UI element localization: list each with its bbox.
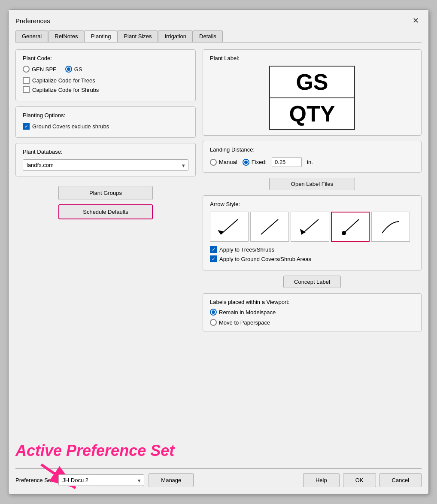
- arrow-style-5[interactable]: [371, 212, 410, 242]
- tab-bar: General RefNotes Planting Plant Sizes Ir…: [9, 26, 428, 42]
- schedule-defaults-button[interactable]: Schedule Defaults: [58, 204, 153, 219]
- capitalize-trees-box[interactable]: [23, 77, 30, 84]
- ground-covers-label: Ground Covers exclude shrubs: [32, 123, 109, 130]
- landing-distance-section: Landing Distance: Manual Fixed: in.: [203, 141, 422, 173]
- radio-fixed-circle[interactable]: [243, 159, 249, 166]
- bottom-section: Active Preference Set Preference Set: JH…: [9, 437, 428, 494]
- viewport-label: Labels placed within a Viewport:: [210, 299, 414, 305]
- preferences-dialog: Preferences ✕ General RefNotes Planting …: [8, 9, 429, 495]
- plant-label-gs: GS: [270, 67, 354, 98]
- open-label-files-button[interactable]: Open Label Files: [269, 178, 355, 190]
- arrow-style-section: Arrow Style:: [203, 195, 422, 270]
- radio-manual[interactable]: Manual: [210, 159, 237, 166]
- radio-remain-modelspace[interactable]: Remain in Modelspace: [210, 309, 414, 316]
- concept-label-button[interactable]: Concept Label: [283, 276, 341, 288]
- plant-database-section: Plant Database: landfx.com: [15, 143, 196, 176]
- planting-options-label: Planting Options:: [23, 112, 188, 118]
- radio-manual-label: Manual: [219, 159, 237, 165]
- arrow-checkboxes: Apply to Trees/Shrubs Apply to Ground Co…: [210, 246, 414, 262]
- tab-refnotes[interactable]: RefNotes: [48, 30, 84, 42]
- radio-gen-spe-label: GEN SPE: [32, 66, 57, 73]
- close-button[interactable]: ✕: [410, 15, 422, 26]
- plant-groups-button[interactable]: Plant Groups: [58, 186, 153, 200]
- bottom-buttons: Help OK Cancel: [303, 473, 422, 487]
- capitalize-shrubs-label: Capitalize Code for Shrubs: [32, 87, 99, 93]
- svg-line-0: [221, 219, 238, 234]
- arrow-style-label: Arrow Style:: [210, 201, 414, 207]
- capitalize-shrubs-checkbox[interactable]: Capitalize Code for Shrubs: [23, 86, 188, 93]
- arrow-style-1[interactable]: [210, 212, 249, 242]
- landing-distance-label: Landing Distance:: [210, 146, 414, 153]
- planting-options-section: Planting Options: Ground Covers exclude …: [15, 106, 196, 138]
- apply-ground-covers-checkbox[interactable]: Apply to Ground Covers/Shrub Areas: [210, 255, 414, 262]
- tab-details[interactable]: Details: [193, 30, 223, 42]
- pref-set-select-wrapper: JH Docu 2: [58, 474, 144, 486]
- svg-line-2: [261, 219, 278, 234]
- plant-code-radio-group: GEN SPE GS: [23, 66, 188, 73]
- apply-trees-shrubs-checkbox[interactable]: Apply to Trees/Shrubs: [210, 246, 414, 253]
- radio-fixed-label: Fixed:: [252, 159, 267, 165]
- radio-fixed[interactable]: Fixed:: [243, 159, 267, 166]
- active-pref-wrapper: Active Preference Set: [15, 442, 174, 462]
- apply-trees-shrubs-box[interactable]: [210, 246, 217, 253]
- plant-label-section: Plant Label: GS QTY: [203, 49, 422, 136]
- plant-code-label: Plant Code:: [23, 55, 188, 61]
- radio-gs-label: GS: [74, 66, 82, 73]
- radio-gen-spe-circle[interactable]: [23, 66, 30, 73]
- cancel-button[interactable]: Cancel: [379, 473, 422, 487]
- landing-distance-input[interactable]: [272, 157, 302, 167]
- apply-ground-covers-box[interactable]: [210, 255, 217, 262]
- left-panel: Plant Code: GEN SPE GS Capitaliz: [15, 49, 196, 331]
- arrow-style-3[interactable]: [291, 212, 329, 242]
- radio-move-circle[interactable]: [210, 319, 217, 326]
- tab-planting[interactable]: Planting: [84, 30, 117, 42]
- help-button[interactable]: Help: [303, 473, 340, 487]
- active-preference-label: Active Preference Set: [15, 442, 174, 460]
- capitalize-trees-checkbox[interactable]: Capitalize Code for Trees: [23, 77, 188, 84]
- arrow-style-options: [210, 212, 414, 242]
- radio-gs-circle[interactable]: [65, 66, 72, 73]
- ground-covers-box[interactable]: [23, 123, 30, 130]
- plant-database-label: Plant Database:: [23, 149, 188, 155]
- radio-gen-spe[interactable]: GEN SPE: [23, 66, 57, 73]
- title-bar: Preferences ✕: [9, 10, 428, 26]
- plant-label-heading: Plant Label:: [210, 55, 414, 61]
- landing-distance-unit: in.: [307, 159, 313, 165]
- svg-marker-1: [218, 230, 224, 234]
- plant-code-section: Plant Code: GEN SPE GS Capitaliz: [15, 49, 196, 101]
- right-panel: Plant Label: GS QTY Landing Distance: Ma…: [203, 49, 422, 331]
- radio-move-paperspace[interactable]: Move to Paperspace: [210, 319, 414, 326]
- tab-plant-sizes[interactable]: Plant Sizes: [117, 30, 158, 42]
- landing-row: Manual Fixed: in.: [210, 157, 414, 167]
- capitalize-shrubs-box[interactable]: [23, 86, 30, 93]
- tab-content: Plant Code: GEN SPE GS Capitaliz: [15, 42, 422, 437]
- tab-irrigation[interactable]: Irrigation: [158, 30, 193, 42]
- radio-remain-label: Remain in Modelspace: [219, 309, 276, 316]
- dialog-title: Preferences: [15, 17, 50, 24]
- capitalize-trees-label: Capitalize Code for Trees: [32, 77, 95, 84]
- tab-general[interactable]: General: [15, 30, 48, 42]
- radio-gs[interactable]: GS: [65, 66, 82, 73]
- arrow-style-2[interactable]: [250, 212, 289, 242]
- ok-button[interactable]: OK: [343, 473, 376, 487]
- arrow-style-4[interactable]: [331, 212, 370, 242]
- plant-database-select[interactable]: landfx.com: [23, 159, 188, 171]
- svg-line-5: [344, 219, 359, 233]
- plant-label-qty: QTY: [270, 98, 354, 129]
- apply-ground-covers-label: Apply to Ground Covers/Shrub Areas: [219, 256, 311, 262]
- plant-label-preview: GS QTY: [269, 66, 355, 130]
- ground-covers-checkbox[interactable]: Ground Covers exclude shrubs: [23, 123, 188, 130]
- plant-database-select-wrapper: landfx.com: [23, 159, 188, 171]
- preference-set-row: Preference Set: JH Docu 2 Manage Help OK…: [15, 473, 422, 487]
- open-label-files-wrapper: Open Label Files: [203, 178, 422, 190]
- action-buttons: Plant Groups Schedule Defaults: [15, 186, 196, 219]
- svg-point-6: [342, 231, 346, 235]
- apply-trees-shrubs-label: Apply to Trees/Shrubs: [219, 246, 274, 253]
- manage-button[interactable]: Manage: [149, 473, 194, 487]
- pref-set-select[interactable]: JH Docu 2: [58, 474, 144, 486]
- main-content: Plant Code: GEN SPE GS Capitaliz: [15, 49, 422, 331]
- viewport-section: Labels placed within a Viewport: Remain …: [203, 293, 422, 331]
- radio-remain-circle[interactable]: [210, 309, 217, 316]
- radio-manual-circle[interactable]: [210, 159, 217, 166]
- radio-move-label: Move to Paperspace: [219, 319, 270, 326]
